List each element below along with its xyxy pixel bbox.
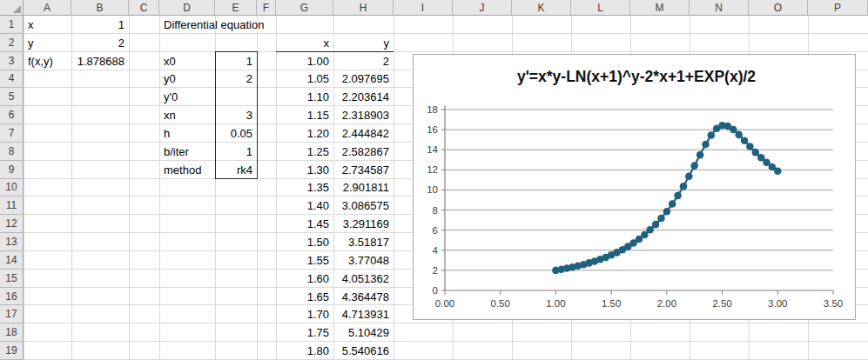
cell-B1[interactable]: 1	[72, 16, 128, 34]
cell-D8[interactable]: b/iter	[160, 143, 192, 161]
cell-E9[interactable]: rk4	[216, 161, 256, 179]
cell-H8[interactable]: 2.582867	[334, 143, 393, 161]
row-header-6[interactable]: 6	[0, 106, 24, 124]
select-all-corner[interactable]	[0, 0, 24, 16]
cell-G2[interactable]: x	[277, 34, 333, 52]
row-header-16[interactable]: 16	[0, 288, 24, 306]
row-header-5[interactable]: 5	[0, 88, 24, 106]
cell-H2[interactable]: y	[334, 34, 393, 52]
cell-E4[interactable]: 2	[216, 70, 256, 89]
column-header-C[interactable]: C	[129, 0, 159, 16]
y-tick-label: 16	[427, 124, 438, 135]
cell-G10[interactable]: 1.35	[277, 179, 333, 197]
row-header-17[interactable]: 17	[0, 305, 24, 323]
cell-D7[interactable]: h	[160, 124, 173, 143]
row-header-7[interactable]: 7	[0, 124, 24, 143]
cell-G4[interactable]: 1.05	[277, 70, 333, 89]
row-header-4[interactable]: 4	[0, 70, 24, 89]
cell-D1[interactable]: Differential equation	[160, 16, 267, 34]
cell-G11[interactable]: 1.40	[277, 197, 333, 215]
column-header-G[interactable]: G	[276, 0, 333, 16]
row-header-11[interactable]: 11	[0, 197, 24, 215]
row-header-2[interactable]: 2	[0, 34, 24, 52]
cell-G17[interactable]: 1.70	[277, 305, 333, 323]
cell-G3[interactable]: 1.00	[277, 52, 333, 70]
cell-H12[interactable]: 3.291169	[334, 215, 393, 233]
row-header-9[interactable]: 9	[0, 161, 24, 179]
cell-H13[interactable]: 3.51817	[334, 233, 393, 251]
row-header-18[interactable]: 18	[0, 323, 24, 342]
cell-D5[interactable]: y'0	[160, 88, 181, 106]
cell-H19[interactable]: 5.540616	[334, 342, 393, 360]
cell-G14[interactable]: 1.55	[277, 251, 333, 270]
cell-H6[interactable]: 2.318903	[334, 106, 393, 124]
column-header-N[interactable]: N	[690, 0, 749, 16]
column-header-O[interactable]: O	[749, 0, 808, 16]
cell-G19[interactable]: 1.80	[277, 342, 333, 360]
cell-G8[interactable]: 1.25	[277, 143, 333, 161]
cell-H16[interactable]: 4.364478	[334, 288, 393, 306]
cell-E7[interactable]: 0.05	[216, 124, 256, 143]
row-header-13[interactable]: 13	[0, 233, 24, 251]
y-tick-label: 10	[427, 184, 438, 195]
column-header-D[interactable]: D	[159, 0, 215, 16]
cell-H17[interactable]: 4.713931	[334, 305, 393, 323]
column-header-B[interactable]: B	[71, 0, 129, 16]
chart-data-series[interactable]	[552, 122, 782, 274]
cell-G7[interactable]: 1.20	[277, 124, 333, 143]
row-header-14[interactable]: 14	[0, 251, 24, 270]
x-tick-label: 3.50	[824, 298, 843, 309]
column-header-H[interactable]: H	[333, 0, 394, 16]
cell-D3[interactable]: x0	[160, 52, 179, 70]
cell-B2[interactable]: 2	[72, 34, 128, 52]
data-point	[735, 131, 743, 139]
cell-G18[interactable]: 1.75	[277, 323, 333, 342]
row-header-3[interactable]: 3	[0, 52, 24, 70]
cell-D6[interactable]: xn	[160, 106, 179, 124]
column-header-E[interactable]: E	[215, 0, 257, 16]
cell-G15[interactable]: 1.60	[277, 270, 333, 288]
cell-B3[interactable]: 1.878688	[72, 52, 128, 70]
cell-H4[interactable]: 2.097695	[334, 70, 393, 89]
cell-G9[interactable]: 1.30	[277, 161, 333, 179]
column-header-K[interactable]: K	[512, 0, 571, 16]
row-header-8[interactable]: 8	[0, 143, 24, 161]
cell-D9[interactable]: method	[160, 161, 205, 179]
row-header-12[interactable]: 12	[0, 215, 24, 233]
cell-H3[interactable]: 2	[334, 52, 393, 70]
column-header-L[interactable]: L	[571, 0, 630, 16]
cell-H18[interactable]: 5.10429	[334, 323, 393, 342]
cell-H5[interactable]: 2.203614	[334, 88, 393, 106]
column-header-I[interactable]: I	[394, 0, 453, 16]
column-header-P[interactable]: P	[808, 0, 868, 16]
cell-E8[interactable]: 1	[216, 143, 256, 161]
cell-A2[interactable]: y	[24, 34, 37, 52]
cell-G6[interactable]: 1.15	[277, 106, 333, 124]
cell-H10[interactable]: 2.901811	[334, 179, 393, 197]
cell-D4[interactable]: y0	[160, 70, 179, 89]
row-header-1[interactable]: 1	[0, 16, 24, 34]
cell-H7[interactable]: 2.444842	[334, 124, 393, 143]
row-header-15[interactable]: 15	[0, 270, 24, 288]
cell-H9[interactable]: 2.734587	[334, 161, 393, 179]
cell-G5[interactable]: 1.10	[277, 88, 333, 106]
row-header-10[interactable]: 10	[0, 179, 24, 197]
cell-A1[interactable]: x	[24, 16, 37, 34]
cell-H11[interactable]: 3.086575	[334, 197, 393, 215]
column-header-F[interactable]: F	[257, 0, 276, 16]
cell-H15[interactable]: 4.051362	[334, 270, 393, 288]
cell-G13[interactable]: 1.50	[277, 233, 333, 251]
cell-H14[interactable]: 3.77048	[334, 251, 393, 270]
grid-vline	[394, 16, 394, 360]
cell-G12[interactable]: 1.45	[277, 215, 333, 233]
column-header-J[interactable]: J	[453, 0, 512, 16]
cell-A3[interactable]: f(x,y)	[24, 52, 57, 70]
cell-E6[interactable]: 3	[216, 106, 256, 124]
column-header-A[interactable]: A	[24, 0, 71, 16]
grid-hline	[24, 33, 868, 34]
chart[interactable]: 024681012141618 0.000.501.001.502.002.50…	[413, 54, 856, 320]
cell-E3[interactable]: 1	[216, 52, 256, 70]
cell-G16[interactable]: 1.65	[277, 288, 333, 306]
column-header-M[interactable]: M	[630, 0, 690, 16]
row-header-19[interactable]: 19	[0, 342, 24, 360]
